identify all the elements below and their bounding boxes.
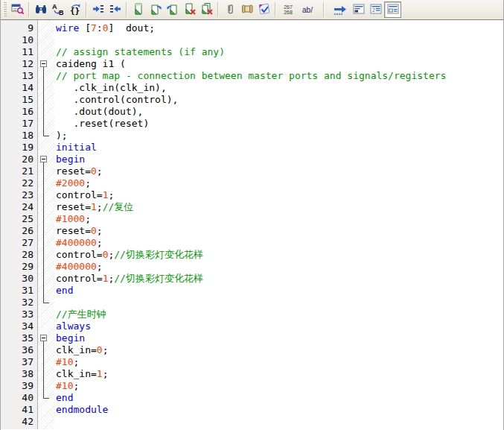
code-line: 41endmodule — [1, 404, 503, 416]
line-number: 16 — [1, 106, 38, 118]
bookmark-delete-all-icon — [200, 2, 214, 18]
braces-arrow-icon: {} — [68, 2, 82, 18]
toolbar-separator — [323, 2, 325, 17]
code-line: 11// assign statements (if any) — [1, 46, 503, 58]
code-text: .clk_in(clk_in), — [54, 82, 167, 94]
code-line: 31end — [1, 285, 503, 297]
code-line: 27#400000; — [1, 237, 503, 249]
toolbar-separator — [275, 2, 276, 17]
find-matching-delimiter-button[interactable]: {} — [66, 1, 83, 18]
code-text: #1000; — [54, 213, 91, 225]
code-text: begin — [54, 332, 85, 344]
fold-margin — [38, 118, 54, 130]
previous-bookmark-button[interactable] — [164, 1, 181, 18]
code-text: .control(control), — [54, 94, 178, 106]
code-text: #10; — [54, 356, 79, 368]
code-lines: 9wire [7:0] dout;1011// assign statement… — [1, 20, 503, 428]
code-line: 37#10; — [1, 356, 503, 368]
code-line: 19initial — [1, 142, 503, 154]
analyze-file-button[interactable] — [9, 1, 26, 18]
code-text: .reset(reset) — [54, 118, 149, 130]
fold-margin — [38, 70, 54, 82]
line-number: 9 — [1, 22, 38, 34]
fold-margin — [38, 142, 54, 154]
ab-slash-icon: ab/ — [302, 6, 313, 14]
line-number: 14 — [1, 82, 38, 94]
replace-button[interactable]: A B — [49, 1, 66, 18]
fold-margin — [38, 177, 54, 189]
goto-line-numbers-icon: 267 268 — [284, 4, 293, 15]
delete-all-bookmarks-button[interactable] — [198, 1, 215, 18]
fold-collapse-icon[interactable] — [40, 60, 47, 67]
code-text: initial — [54, 142, 97, 154]
paperclip-icon — [223, 2, 237, 18]
code-text: control=1; — [54, 189, 114, 201]
line-number: 30 — [1, 273, 38, 285]
fold-margin — [38, 356, 54, 368]
line-number: 40 — [1, 392, 38, 404]
fold-margin[interactable] — [38, 154, 54, 165]
code-text: #400000; — [54, 261, 103, 273]
code-line: 21reset=0; — [1, 165, 503, 177]
line-number: 13 — [1, 70, 38, 82]
code-editor[interactable]: 9wire [7:0] dout;1011// assign statement… — [1, 20, 503, 429]
line-number: 31 — [1, 285, 38, 297]
view-pane-1-button[interactable] — [350, 1, 367, 18]
fold-collapse-icon[interactable] — [40, 335, 47, 341]
insert-bookmark-button[interactable] — [130, 1, 147, 18]
line-number: 37 — [1, 356, 38, 368]
next-bookmark-button[interactable] — [147, 1, 164, 18]
code-text: #400000; — [54, 237, 103, 249]
replace-a-b-icon: A B — [51, 2, 65, 18]
fold-margin[interactable] — [38, 332, 54, 344]
bookmark-previous-icon — [166, 2, 179, 18]
code-line: 35begin — [1, 332, 503, 344]
find-button[interactable] — [32, 1, 49, 18]
view-pane-3-button[interactable] — [384, 1, 401, 18]
comment-button[interactable]: ab/ — [298, 1, 317, 18]
increase-indent-button[interactable] — [89, 1, 106, 18]
view-pane-2-button[interactable]: 2 — [367, 1, 384, 18]
line-number: 41 — [1, 404, 38, 416]
text-editor-window: A B {} — [0, 0, 504, 430]
line-number: 15 — [1, 94, 38, 106]
code-text: reset=0; — [54, 225, 103, 237]
window-magnifier-icon — [11, 2, 25, 18]
insert-template-button[interactable] — [238, 1, 255, 18]
line-number: 27 — [1, 237, 38, 249]
bookmark-delete-icon — [183, 2, 197, 18]
code-line: 17 .reset(reset) — [1, 118, 503, 130]
toolbar-separator — [86, 2, 87, 17]
code-line: 26reset=0; — [1, 225, 503, 237]
pane-2-icon: 2 — [369, 2, 383, 18]
line-number: 18 — [1, 130, 38, 142]
fold-margin — [38, 94, 54, 106]
fold-margin — [38, 392, 54, 404]
line-number: 42 — [1, 416, 38, 428]
decrease-indent-button[interactable] — [106, 1, 124, 18]
fold-margin — [38, 225, 54, 237]
line-number: 28 — [1, 249, 38, 261]
goto-matching-button[interactable] — [331, 1, 350, 18]
code-text: .dout(dout), — [54, 106, 143, 118]
line-number: 12 — [1, 58, 38, 70]
fold-margin — [38, 416, 54, 428]
syntax-check-button[interactable] — [255, 1, 272, 18]
insert-file-button[interactable] — [221, 1, 238, 18]
delete-bookmark-button[interactable] — [181, 1, 198, 18]
code-line: 38clk_in=1; — [1, 368, 503, 380]
code-text — [54, 416, 56, 428]
line-number: 22 — [1, 177, 38, 189]
toolbar-grip[interactable] — [3, 2, 7, 17]
code-text: clk_in=1; — [54, 368, 108, 380]
fold-collapse-icon[interactable] — [40, 156, 47, 162]
editor-toolbar: A B {} — [1, 0, 503, 20]
toolbar-separator — [126, 2, 127, 17]
pane-3-icon — [386, 2, 400, 18]
code-text — [54, 297, 56, 309]
fold-margin — [38, 404, 54, 416]
code-line: 23control=1; — [1, 189, 503, 201]
line-number: 11 — [1, 46, 38, 58]
fold-margin[interactable] — [38, 58, 54, 70]
goto-line-button[interactable]: 267 268 — [278, 1, 298, 18]
